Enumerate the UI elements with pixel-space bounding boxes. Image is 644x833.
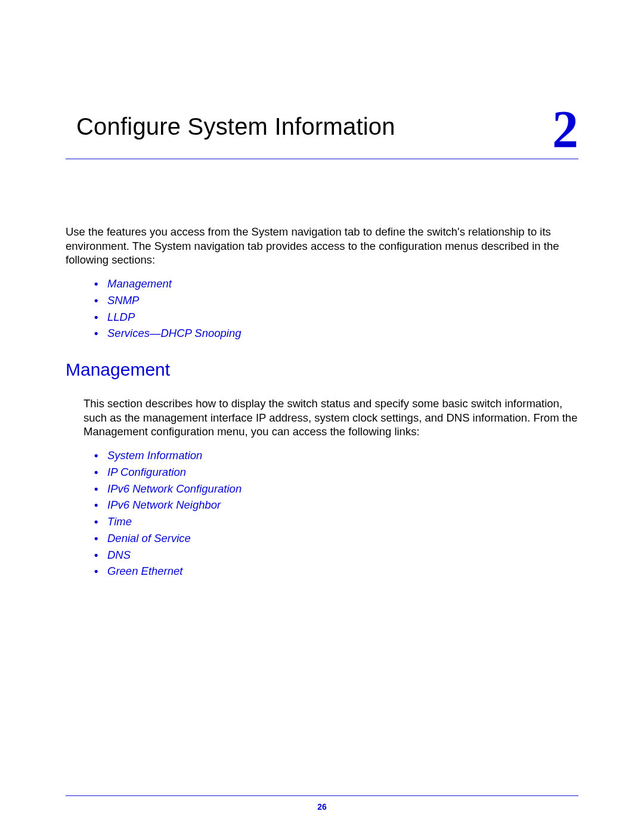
list-item: System Information bbox=[94, 447, 578, 464]
list-item: Green Ethernet bbox=[94, 563, 578, 580]
link-snmp[interactable]: SNMP bbox=[107, 294, 139, 306]
link-services-dhcp-snooping[interactable]: Services—DHCP Snooping bbox=[107, 327, 242, 339]
link-ipv6-network-configuration[interactable]: IPv6 Network Configuration bbox=[107, 482, 242, 495]
list-item: Denial of Service bbox=[94, 530, 578, 547]
link-system-information[interactable]: System Information bbox=[107, 449, 202, 462]
list-item: LLDP bbox=[94, 309, 578, 326]
section-heading-management: Management bbox=[66, 360, 578, 380]
link-ip-configuration[interactable]: IP Configuration bbox=[107, 466, 186, 478]
link-lldp[interactable]: LLDP bbox=[107, 311, 135, 323]
chapter-number-wrap: 2 bbox=[537, 113, 578, 155]
intro-link-list: Management SNMP LLDP Services—DHCP Snoop… bbox=[66, 275, 578, 342]
list-item: DNS bbox=[94, 547, 578, 563]
section-link-list: System Information IP Configuration IPv6… bbox=[66, 447, 578, 580]
list-item: IP Configuration bbox=[94, 464, 578, 481]
chapter-title: Configure System Information bbox=[66, 113, 395, 140]
page-number: 26 bbox=[0, 802, 644, 812]
chapter-header: Configure System Information 2 bbox=[66, 113, 578, 159]
list-item: Time bbox=[94, 513, 578, 530]
section-body: This section describes how to display th… bbox=[66, 397, 578, 439]
footer-rule bbox=[66, 795, 578, 796]
chapter-number: 2 bbox=[552, 110, 578, 149]
link-time[interactable]: Time bbox=[107, 515, 132, 528]
page: Configure System Information 2 Use the f… bbox=[0, 0, 644, 833]
link-denial-of-service[interactable]: Denial of Service bbox=[107, 532, 191, 544]
intro-paragraph: Use the features you access from the Sys… bbox=[66, 225, 578, 267]
link-green-ethernet[interactable]: Green Ethernet bbox=[107, 565, 183, 577]
link-dns[interactable]: DNS bbox=[107, 549, 131, 561]
link-ipv6-network-neighbor[interactable]: IPv6 Network Neighbor bbox=[107, 498, 221, 511]
list-item: IPv6 Network Neighbor bbox=[94, 497, 578, 513]
list-item: SNMP bbox=[94, 292, 578, 309]
link-management[interactable]: Management bbox=[107, 277, 172, 290]
list-item: Services—DHCP Snooping bbox=[94, 325, 578, 342]
list-item: IPv6 Network Configuration bbox=[94, 481, 578, 497]
list-item: Management bbox=[94, 275, 578, 292]
